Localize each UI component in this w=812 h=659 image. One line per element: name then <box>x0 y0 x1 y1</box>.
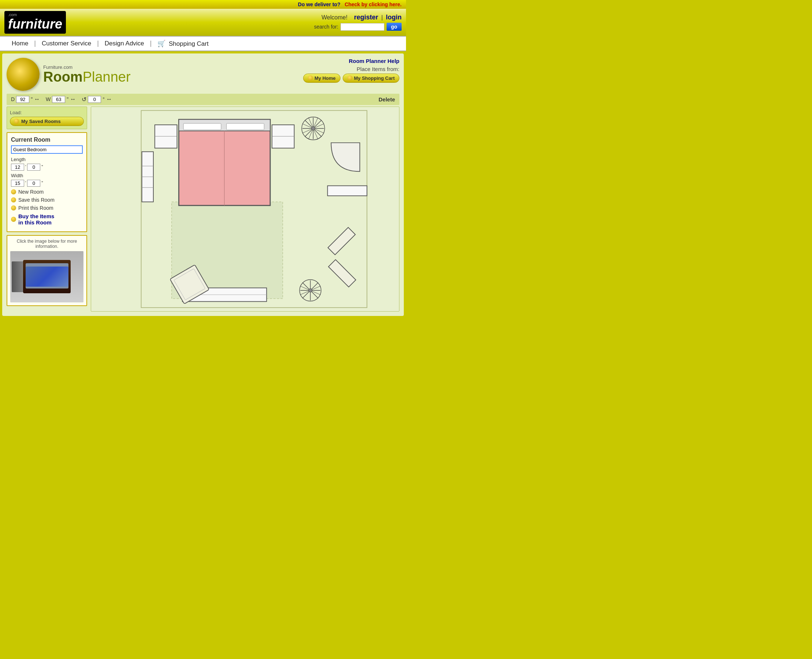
room-name-input[interactable] <box>11 145 83 154</box>
planner-logo-text: Furniture.com Room Planner <box>43 65 131 84</box>
left-panel: Load: My Saved Rooms Current Room Length… <box>6 107 87 312</box>
my-home-bullet <box>308 76 313 80</box>
print-room-item[interactable]: Print this Room <box>11 205 83 211</box>
depth-label: D <box>11 96 15 102</box>
save-room-label: Save this Room <box>18 197 55 203</box>
depth-arrow: ↔ <box>34 96 40 102</box>
bed-scene <box>10 251 84 303</box>
planner-header: Furniture.com Room Planner Room Planner … <box>6 58 399 91</box>
buy-items-label: Buy the Itemsin this Room <box>18 213 54 225</box>
logo-box: .com furniture <box>5 11 66 34</box>
planner-circle-icon <box>6 58 39 91</box>
current-room-title: Current Room <box>11 137 83 143</box>
delete-button[interactable]: Delete <box>378 96 395 102</box>
rotation-control: ↺ ° ↔ <box>82 96 112 103</box>
width-arrow: ↔ <box>70 96 76 102</box>
my-home-button[interactable]: My Home <box>303 74 341 83</box>
new-room-bullet <box>11 189 16 194</box>
svg-point-20 <box>312 127 315 130</box>
angle-input[interactable] <box>88 96 101 103</box>
search-input[interactable] <box>341 23 385 31</box>
length-in-tick: " <box>41 164 43 170</box>
length-ft-input[interactable] <box>11 164 24 170</box>
thumbnail-area: Click the image below for more informati… <box>6 235 87 306</box>
load-section: Load: My Saved Rooms <box>6 107 87 129</box>
length-in-input[interactable] <box>27 164 40 170</box>
svg-rect-5 <box>227 123 264 130</box>
place-items-btns: My Home My Shopping Cart <box>303 74 399 83</box>
room-floor-plan <box>91 107 399 311</box>
width-label-left: Width <box>11 173 83 178</box>
load-label: Load: <box>10 110 84 115</box>
saved-rooms-bullet <box>14 118 19 124</box>
width-label: W <box>46 96 50 102</box>
width-row: ' " <box>11 180 83 187</box>
angle-unit: ° <box>102 96 105 102</box>
bed-thumbnail[interactable] <box>10 251 84 303</box>
bed-body-thumb <box>23 260 71 293</box>
width-in-tick: " <box>41 180 43 186</box>
print-room-label: Print this Room <box>18 205 54 211</box>
depth-input[interactable] <box>16 96 29 103</box>
current-room-box: Current Room Length ' " Width ' " <box>6 132 87 232</box>
nav-bar: Home | Customer Service | Design Advice … <box>0 36 406 51</box>
bed-blanket-thumb <box>26 266 68 287</box>
welcome-line: Welcome! register | login <box>314 14 402 21</box>
welcome-text: Welcome! <box>322 14 347 20</box>
length-ft-tick: ' <box>25 164 26 170</box>
planner-word: Planner <box>83 70 131 84</box>
login-link[interactable]: login <box>386 14 402 21</box>
room-actions: New Room Save this Room Print this Room … <box>11 189 83 225</box>
planner-room: Room <box>43 70 83 84</box>
content-split: Load: My Saved Rooms Current Room Length… <box>6 107 399 312</box>
width-in-input[interactable] <box>27 180 40 187</box>
nav-shopping-cart[interactable]: 🛒 Shopping Cart <box>151 39 214 47</box>
header: .com furniture Welcome! register | login… <box>0 9 406 36</box>
room-canvas[interactable] <box>91 107 399 312</box>
register-link[interactable]: register <box>354 14 378 21</box>
my-cart-bullet <box>347 76 353 80</box>
svg-rect-29 <box>328 186 367 195</box>
new-room-label: New Room <box>18 189 44 195</box>
logo-area: .com furniture <box>5 11 66 34</box>
controls-row: D " ↔ W " ↔ ↺ ° ↔ Delete <box>6 94 399 105</box>
main-content: Furniture.com Room Planner Room Planner … <box>2 54 404 316</box>
buy-items-bullet <box>11 217 16 222</box>
saved-rooms-button[interactable]: My Saved Rooms <box>10 117 84 126</box>
thumb-caption: Click the image below for more informati… <box>10 239 84 249</box>
planner-logo: Furniture.com Room Planner <box>6 58 131 91</box>
delivery-check-link[interactable]: Check by clicking here. <box>344 2 402 7</box>
separator: | <box>381 14 383 20</box>
length-row: ' " <box>11 164 83 170</box>
save-room-bullet <box>11 197 16 202</box>
save-room-item[interactable]: Save this Room <box>11 197 83 203</box>
place-items-label: Place Items from: <box>303 66 399 72</box>
nav-design-advice[interactable]: Design Advice <box>99 40 150 47</box>
planner-help-area: Room Planner Help Place Items from: My H… <box>303 58 399 83</box>
depth-control: D " ↔ <box>11 96 40 103</box>
delivery-question: Do we deliver to? <box>298 2 341 7</box>
width-unit: " <box>67 96 68 102</box>
go-button[interactable]: go <box>386 23 402 31</box>
width-control: W " ↔ <box>46 96 76 103</box>
logo-name: furniture <box>8 17 62 32</box>
planner-help-link[interactable]: Room Planner Help <box>349 58 399 64</box>
rotate-icon: ↺ <box>82 96 87 103</box>
my-cart-button[interactable]: My Shopping Cart <box>343 74 399 83</box>
svg-rect-4 <box>183 123 221 130</box>
nav-home[interactable]: Home <box>6 40 34 47</box>
angle-arrow: ↔ <box>106 96 112 102</box>
buy-items-item[interactable]: Buy the Itemsin this Room <box>11 213 83 225</box>
new-room-item[interactable]: New Room <box>11 189 83 195</box>
nav-customer-service[interactable]: Customer Service <box>36 40 97 47</box>
svg-point-37 <box>309 289 312 292</box>
print-room-bullet <box>11 205 16 211</box>
cart-icon: 🛒 <box>158 40 166 47</box>
width-ft-tick: ' <box>25 180 26 186</box>
delivery-bar: Do we deliver to? Check by clicking here… <box>0 0 406 9</box>
header-right: Welcome! register | login search for: go <box>314 14 402 31</box>
bottom-bar <box>0 318 406 329</box>
width-input[interactable] <box>52 96 65 103</box>
width-ft-input[interactable] <box>11 180 24 187</box>
search-line: search for: go <box>314 23 402 31</box>
